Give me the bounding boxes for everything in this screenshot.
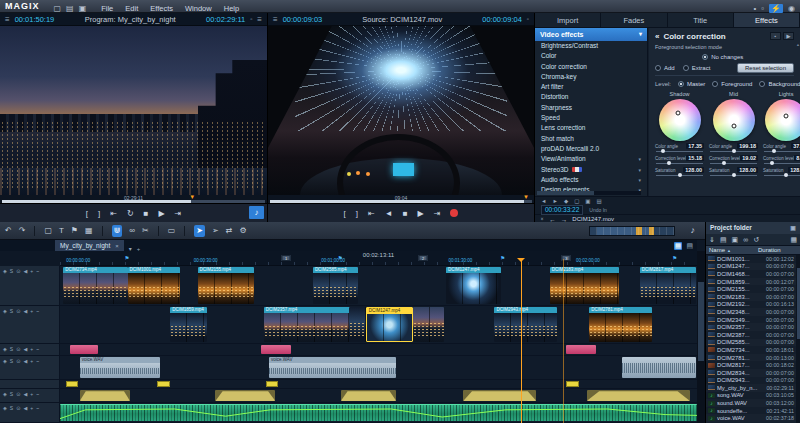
file-row[interactable]: DCIM2348...00:00:07:00: [706, 308, 796, 316]
preview-play-icon[interactable]: ▶: [783, 32, 794, 40]
radio-extract[interactable]: Extract: [683, 65, 711, 71]
file-row[interactable]: DCIM2817...00:00:18:02: [706, 361, 796, 369]
mouse-mode-standard-button[interactable]: ➤: [194, 225, 205, 237]
video-clip[interactable]: DCIM1001.mp4: [128, 267, 181, 304]
effect-item[interactable]: Stereo3D▾: [535, 165, 647, 175]
project-vscrollbar[interactable]: [796, 255, 800, 423]
window-icon[interactable]: ▫: [761, 4, 764, 13]
copy-keyframe-icon[interactable]: ▣: [585, 198, 590, 205]
video-clip[interactable]: DCIM1247.mp4: [446, 267, 501, 304]
audio-chip-clip[interactable]: [566, 381, 578, 387]
effects-nav-hscrollbar[interactable]: [537, 191, 641, 195]
column-name[interactable]: Name▲: [706, 246, 758, 254]
split-button[interactable]: ✂: [142, 225, 149, 237]
frame-back-button[interactable]: ◄: [385, 209, 393, 218]
timeline-range-marker[interactable]: [563, 259, 564, 423]
effect-item[interactable]: Chroma-key: [535, 72, 647, 82]
track-fx-icon[interactable]: ◈: [3, 268, 7, 274]
mark-out-button[interactable]: ]: [356, 209, 358, 218]
param-slider[interactable]: [764, 174, 800, 177]
storyboard-view-icon[interactable]: ▤: [686, 242, 693, 250]
color-wheel[interactable]: [659, 99, 701, 141]
track-mute-icon[interactable]: ⊙: [16, 391, 20, 397]
file-row[interactable]: DCIM2387...00:00:07:00: [706, 331, 796, 339]
range-button[interactable]: ▭: [168, 225, 176, 237]
mark-out-button[interactable]: ]: [98, 209, 100, 218]
slider-thumb[interactable]: [732, 149, 736, 153]
track-header-5[interactable]: [0, 380, 59, 389]
file-row[interactable]: DCIM1001...00:00:12:02: [706, 255, 796, 263]
title-clip[interactable]: [261, 345, 291, 354]
monitor-options-icon[interactable]: ≡: [257, 15, 262, 24]
timeline-ruler[interactable]: 00:02:13:11 00:00:00:0000:00:30:0000:01:…: [60, 251, 697, 266]
hscrollbar-thumb[interactable]: [537, 191, 594, 195]
track-header-6[interactable]: ◈S⊙◀+~: [0, 389, 59, 403]
popout-icon[interactable]: ▣: [790, 222, 796, 234]
save-project-icon[interactable]: ▣: [79, 4, 87, 13]
color-wheel-knob[interactable]: [784, 113, 789, 118]
file-row[interactable]: DCIM1468...00:00:07:00: [706, 270, 796, 278]
timeline-playhead[interactable]: [521, 259, 522, 423]
track-keyframe-icon[interactable]: +: [30, 358, 33, 364]
file-row[interactable]: DCIM1859...00:00:12:07: [706, 278, 796, 286]
video-clip[interactable]: [413, 307, 444, 342]
set-marker-button[interactable]: ⚑: [71, 225, 78, 237]
effect-item[interactable]: proDAD Mercalli 2.0: [535, 144, 647, 154]
file-row[interactable]: DCIM2357...00:00:07:00: [706, 323, 796, 331]
audio-chip-clip[interactable]: [157, 381, 170, 387]
param-slider[interactable]: [764, 162, 800, 165]
param-slider[interactable]: [764, 150, 800, 153]
snap-button[interactable]: ⋓: [112, 225, 123, 237]
audio-fx-clip[interactable]: [341, 390, 396, 401]
slider-thumb[interactable]: [732, 173, 736, 177]
mouse-mode-single-button[interactable]: ➢: [212, 225, 219, 237]
new-project-icon[interactable]: ▢: [54, 4, 62, 13]
track-curve-icon[interactable]: ~: [36, 346, 39, 352]
video-clip[interactable]: DCIM2734.mp4: [63, 267, 127, 304]
menu-window[interactable]: Window: [185, 4, 212, 13]
title-clip[interactable]: [566, 345, 596, 354]
effect-item[interactable]: Color correction: [535, 62, 647, 72]
bookmark-marker-icon[interactable]: ⚑: [500, 255, 505, 261]
bookmark-marker-icon[interactable]: ⚑: [672, 255, 677, 261]
radio-no-changes[interactable]: No changes: [702, 54, 743, 60]
storyboard-mode-button[interactable]: ▦: [85, 225, 93, 237]
radio-foreground[interactable]: Foreground: [712, 81, 752, 87]
track-monitor-icon[interactable]: ◀: [23, 391, 27, 397]
video-clip[interactable]: DCIM2585.mp4: [313, 267, 358, 304]
audio-wave-clip[interactable]: [622, 357, 696, 378]
undo-button[interactable]: ↶: [5, 225, 12, 237]
effect-item[interactable]: Audio effects▾: [535, 175, 647, 185]
audio-chip-clip[interactable]: [266, 381, 278, 387]
mark-in-button[interactable]: [: [344, 209, 346, 218]
back-icon[interactable]: «: [655, 32, 659, 41]
file-row[interactable]: ♪sound.WAV00:03:12:00: [706, 399, 796, 407]
video-clip[interactable]: DCIM1247.mp4: [366, 307, 413, 342]
effect-item[interactable]: Sharpness: [535, 103, 647, 113]
panel-vscrollbar[interactable]: ▲: [796, 42, 800, 196]
open-project-icon[interactable]: ▤: [66, 4, 74, 13]
jump-end-button[interactable]: ⇥: [175, 209, 182, 218]
track-curve-icon[interactable]: ~: [36, 358, 39, 364]
video-clip[interactable]: DCIM2183.mp4: [550, 267, 619, 304]
slider-thumb[interactable]: [772, 149, 776, 153]
track-monitor-icon[interactable]: ◀: [23, 308, 27, 314]
reset-selection-button[interactable]: Reset selection: [737, 63, 794, 73]
file-row[interactable]: DCIM1247...00:00:07:00: [706, 263, 796, 271]
track-monitor-icon[interactable]: ◀: [23, 405, 27, 411]
track-curve-icon[interactable]: ~: [36, 308, 39, 314]
effect-item[interactable]: Lens correction: [535, 123, 647, 133]
tab-fades[interactable]: Fades: [601, 13, 667, 27]
hamburger-menu-icon[interactable]: ≡: [273, 15, 278, 24]
param-slider[interactable]: [656, 150, 703, 153]
file-row[interactable]: DCIM2183...00:00:07:00: [706, 293, 796, 301]
track-curve-icon[interactable]: ~: [36, 391, 39, 397]
audio-wave-clip[interactable]: voice.WAV: [269, 357, 396, 378]
slider-thumb[interactable]: [667, 161, 671, 165]
video-clip[interactable]: DCIM2817.mp4: [640, 267, 696, 304]
mouse-mode-stretch-button[interactable]: ⇄: [226, 225, 233, 237]
track-solo-icon[interactable]: S: [10, 268, 13, 274]
effect-item[interactable]: Brightness/Contrast: [535, 41, 647, 51]
param-slider[interactable]: [710, 150, 757, 153]
compare-icon[interactable]: ▪: [770, 32, 781, 40]
